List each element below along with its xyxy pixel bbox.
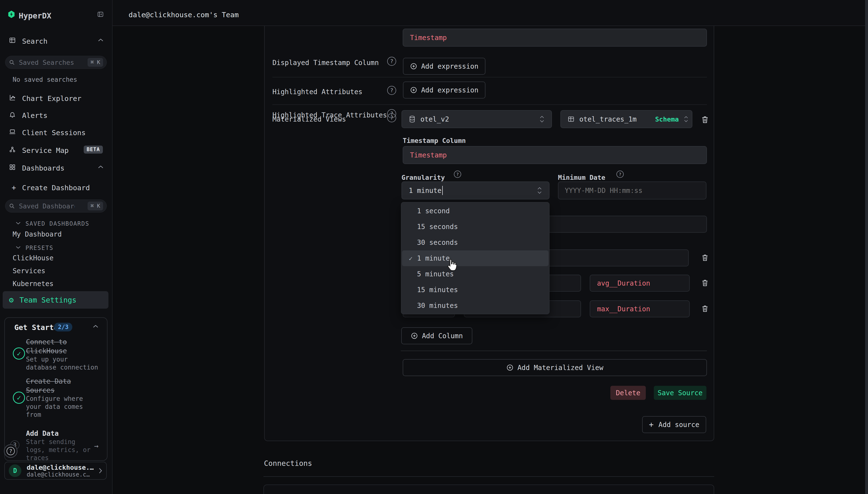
menu-option[interactable]: 30 minutes bbox=[402, 298, 548, 314]
gear-icon: ⚙ bbox=[9, 296, 14, 304]
chevron-right-icon bbox=[98, 468, 102, 474]
row-divider bbox=[272, 77, 707, 77]
step-title: Create Data Sources bbox=[26, 377, 101, 395]
table-select[interactable]: otel_traces_1m Schema bbox=[560, 110, 692, 128]
materialized-column-value: max__Duration bbox=[597, 305, 650, 313]
step-desc: Set up your database connection bbox=[26, 356, 101, 372]
vertical-scrollbar[interactable] bbox=[865, 0, 868, 494]
help-icon[interactable]: ? bbox=[387, 86, 396, 95]
create-dashboard-button[interactable]: Create Dashboard bbox=[22, 184, 90, 192]
delete-materialized-view-button[interactable] bbox=[700, 114, 710, 125]
chevron-down-icon[interactable] bbox=[16, 222, 21, 225]
get-started-step[interactable]: Connect to ClickHouse Set up your databa… bbox=[26, 338, 101, 372]
section-divider bbox=[401, 350, 707, 351]
granularity-label: Granularity bbox=[402, 174, 445, 181]
menu-option[interactable]: 5 minutes bbox=[402, 266, 548, 282]
add-expression-button[interactable]: Add expression bbox=[403, 81, 485, 98]
presets-header[interactable]: PRESETS bbox=[25, 245, 53, 251]
minimum-date-input[interactable] bbox=[558, 187, 706, 195]
help-button[interactable]: ? bbox=[4, 444, 17, 458]
step-title: Add Data bbox=[26, 429, 92, 438]
saved-dashboards-input[interactable] bbox=[18, 202, 75, 210]
add-source-label: Add source bbox=[658, 421, 699, 429]
user-name: dale@clickhouse.… bbox=[27, 464, 94, 471]
schema-badge[interactable]: Schema bbox=[655, 115, 679, 123]
help-icon[interactable]: ? bbox=[616, 171, 624, 178]
add-column-button[interactable]: Add Column bbox=[401, 327, 472, 344]
timestamp-column-value: Timestamp bbox=[410, 151, 447, 159]
beta-badge: BETA bbox=[84, 146, 103, 154]
chevron-up-icon[interactable] bbox=[93, 325, 98, 328]
menu-option[interactable]: 15 seconds bbox=[402, 219, 548, 235]
help-icon[interactable]: ? bbox=[454, 171, 461, 178]
chevron-up-icon[interactable] bbox=[98, 38, 103, 42]
saved-searches-searchbox[interactable]: ⌘ K bbox=[5, 56, 107, 69]
menu-option[interactable]: 15 minutes bbox=[402, 282, 548, 298]
delete-column-button[interactable] bbox=[700, 252, 710, 263]
add-expression-button[interactable]: Add expression bbox=[403, 58, 485, 75]
chart-explorer-icon bbox=[9, 94, 16, 101]
sidebar-item-alerts[interactable]: Alerts bbox=[22, 111, 47, 120]
help-icon[interactable]: ? bbox=[387, 57, 396, 66]
sidebar-item-kubernetes[interactable]: Kubernetes bbox=[13, 280, 54, 288]
user-menu[interactable]: D dale@clickhouse.… dale@clickhouse.c… bbox=[4, 462, 107, 480]
select-chevrons-icon bbox=[683, 115, 689, 123]
save-source-button[interactable]: Save Source bbox=[654, 386, 707, 400]
menu-option[interactable]: 30 seconds bbox=[402, 235, 548, 250]
user-email: dale@clickhouse.c… bbox=[27, 471, 94, 478]
no-saved-searches-text: No saved searches bbox=[13, 76, 77, 83]
table-select-value: otel_traces_1m bbox=[579, 115, 637, 123]
sidebar-item-my-dashboard[interactable]: My Dashboard bbox=[13, 230, 62, 238]
step-complete-icon: ✓ bbox=[13, 392, 25, 404]
get-started-step[interactable]: Create Data Sources Configure where your… bbox=[26, 377, 101, 419]
menu-option[interactable]: 1 second bbox=[402, 203, 548, 219]
saved-dashboards-searchbox[interactable]: ⌘ K bbox=[5, 200, 107, 212]
saved-searches-input[interactable] bbox=[18, 58, 75, 66]
progress-badge: 2/3 bbox=[54, 323, 72, 331]
sidebar-item-team-settings[interactable]: ⚙ Team Settings bbox=[3, 291, 109, 309]
timestamp-column-input[interactable]: Timestamp bbox=[403, 146, 707, 164]
sidebar-item-services[interactable]: Services bbox=[13, 267, 45, 275]
mv-materialized-column-input[interactable]: max__Duration bbox=[590, 300, 690, 317]
shortcut-badge: ⌘ K bbox=[88, 202, 103, 210]
plus-circle-icon bbox=[410, 63, 417, 70]
database-select[interactable]: otel_v2 bbox=[402, 110, 552, 128]
chevron-up-icon[interactable] bbox=[98, 165, 103, 169]
get-started-step[interactable]: Add Data Start sending logs, metrics, or… bbox=[26, 429, 92, 461]
menu-option-selected[interactable]: ✓ 1 minute bbox=[402, 250, 548, 266]
chevron-down-icon[interactable] bbox=[16, 246, 21, 249]
minimum-date-label: Minimum Date bbox=[558, 174, 605, 181]
database-icon bbox=[409, 115, 416, 123]
service-map-icon bbox=[9, 146, 16, 153]
sidebar-item-clickhouse[interactable]: ClickHouse bbox=[13, 254, 54, 262]
search-icon bbox=[9, 203, 15, 209]
displayed-timestamp-value: Timestamp bbox=[410, 34, 447, 42]
text-caret bbox=[442, 186, 443, 195]
granularity-combobox[interactable]: 1 minute bbox=[402, 182, 549, 200]
delete-source-button[interactable]: Delete bbox=[610, 386, 646, 400]
mv-materialized-column-input[interactable]: avg__Duration bbox=[590, 275, 690, 292]
delete-column-button[interactable] bbox=[700, 303, 710, 314]
select-chevrons-icon bbox=[539, 115, 545, 123]
displayed-timestamp-input[interactable]: Timestamp bbox=[403, 28, 707, 46]
bell-icon bbox=[9, 111, 16, 118]
step-desc: Configure where your data comes from bbox=[26, 395, 101, 419]
get-started-panel: Get Started 2/3 ✓ Connect to ClickHouse … bbox=[4, 317, 108, 461]
delete-column-button[interactable] bbox=[700, 278, 710, 288]
sidebar-item-chart-explorer[interactable]: Chart Explorer bbox=[22, 94, 81, 102]
plus-circle-icon bbox=[506, 364, 514, 371]
sidebar-item-client-sessions[interactable]: Client Sessions bbox=[22, 129, 85, 137]
saved-dashboards-header[interactable]: SAVED DASHBOARDS bbox=[25, 220, 89, 227]
displayed-timestamp-label: Displayed Timestamp Column bbox=[272, 59, 379, 66]
sidebar-item-service-map[interactable]: Service Map bbox=[22, 146, 69, 155]
sidebar-item-dashboards[interactable]: Dashboards bbox=[22, 164, 64, 172]
add-source-button[interactable]: + Add source bbox=[642, 416, 706, 433]
help-icon[interactable]: ? bbox=[387, 113, 396, 122]
sidebar-item-search[interactable]: Search bbox=[22, 37, 47, 45]
collapse-sidebar-icon[interactable] bbox=[97, 11, 103, 17]
step-complete-icon: ✓ bbox=[13, 347, 25, 360]
avatar: D bbox=[9, 464, 21, 477]
add-materialized-view-button[interactable]: Add Materialized View bbox=[403, 359, 707, 376]
minimum-date-field[interactable] bbox=[558, 182, 707, 200]
delete-label: Delete bbox=[616, 389, 640, 397]
